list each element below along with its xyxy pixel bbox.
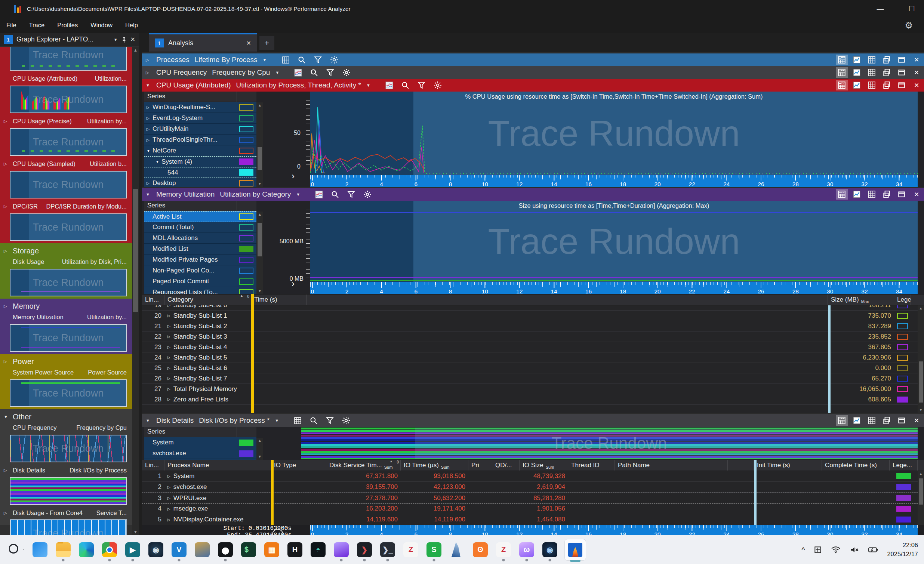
expand-chevron-icon[interactable]: › (291, 279, 294, 289)
expander-icon[interactable]: ▷ (146, 70, 151, 75)
chart-preview-icon[interactable] (294, 69, 302, 76)
minimize-button[interactable]: — (872, 2, 889, 16)
cell-category[interactable]: ▷Standby Sub-List 3 (165, 333, 251, 340)
col-init-time[interactable]: Init Time (s) (754, 460, 822, 471)
search-icon[interactable] (298, 56, 306, 64)
graph-explorer-row[interactable]: Trace Rundown (0, 518, 132, 525)
series-row[interactable]: Modified List (144, 244, 256, 255)
graph-explorer-row[interactable]: Trace Rundown (0, 476, 132, 507)
cpu-series-scrollbar[interactable]: ▲▼ (256, 102, 263, 187)
expander-icon[interactable]: ▷ (147, 138, 153, 142)
expander-icon[interactable]: ▼ (156, 160, 162, 164)
popout-window-icon[interactable] (896, 80, 908, 90)
expander-icon[interactable]: ▷ (147, 181, 153, 185)
taskbar-app-icon[interactable]: $_ (237, 537, 260, 562)
memory-chart[interactable]: Size using resource time as [Time,Time+D… (310, 201, 918, 282)
memory-series-scrollbar[interactable]: ▲▼ (256, 212, 263, 294)
cpu-usage-chart[interactable]: % CPU Usage using resource time as [Swit… (310, 92, 918, 175)
memory-table-row[interactable]: 27 ▷Total Physical Memory 16,065.000 (142, 384, 924, 394)
cell-category[interactable]: ▷Total Physical Memory (165, 386, 251, 393)
menu-item[interactable]: Trace (23, 20, 51, 31)
graph-header-cpu-usage[interactable]: ▼ CPU Usage (Attributed) Utilization by … (142, 79, 924, 92)
graph-explorer-row[interactable]: ▷ Disk Details Disk I/Os by Process Trac… (0, 465, 132, 476)
series-row[interactable]: Commit (Total) (144, 222, 256, 233)
graph-explorer-row[interactable]: CPU Usage (Attributed) Utilization... Tr… (0, 73, 132, 84)
memory-table-row[interactable]: 23 ▷Standby Sub-List 4 367.805 (142, 342, 924, 352)
close-panel-icon[interactable]: ✕ (130, 36, 135, 43)
chart-preview-icon[interactable] (386, 81, 393, 89)
series-row[interactable]: Non-Paged Pool Co... (144, 266, 256, 276)
taskbar-app-icon[interactable]: ◉ (538, 537, 561, 562)
cpu-time-ruler[interactable]: 0246810121416182022242628303234 (310, 175, 918, 187)
sidebar-scrollbar[interactable]: ▲▼ (132, 47, 139, 535)
taskbar-app-icon[interactable] (214, 537, 237, 562)
chart-table-view-icon[interactable] (836, 80, 848, 90)
series-row[interactable]: svchost.exe (144, 448, 256, 459)
table-view-icon[interactable] (866, 55, 878, 65)
graph-preset[interactable]: Utilization by Process, Thread, Activity… (236, 81, 361, 89)
expander-icon[interactable]: ▷ (147, 127, 153, 131)
wifi-icon[interactable] (831, 546, 841, 554)
graph-explorer-row[interactable]: Trace Rundown (0, 267, 132, 298)
graph-explorer-row[interactable]: ▷ DPC/ISR DPC/ISR Duration by Modu... Tr… (0, 201, 132, 212)
taskbar-app-icon[interactable]: ▶ (121, 537, 144, 562)
duplicate-graph-icon[interactable] (880, 415, 892, 426)
memory-time-ruler[interactable]: 0246810121416182022242628303234 (310, 282, 918, 294)
disk-table-row[interactable]: 1 ▷System 67,371.800 93,018.500 48,739,3… (142, 471, 924, 482)
graph-header-memory[interactable]: ▼ Memory Utilization Utilization by Cate… (142, 188, 924, 201)
menu-item[interactable]: File (0, 20, 23, 31)
graph-header-disk-details[interactable]: ▼ Disk Details Disk I/Os by Process * ▼ … (142, 414, 924, 427)
chevron-down-icon[interactable]: ▼ (275, 418, 279, 423)
col-pri[interactable]: Pri (468, 460, 492, 471)
graph-header-processes[interactable]: ▷ Processes Lifetime By Process ▼ ✕ (142, 54, 924, 66)
series-row[interactable]: ▷ Desktop (144, 178, 256, 189)
graph-explorer-row[interactable]: Trace Rundown (0, 84, 132, 116)
disk-table-row[interactable]: 2 ▷svchost.exe 39,155.700 42,123.000 2,6… (142, 482, 924, 493)
duplicate-graph-icon[interactable] (880, 55, 892, 65)
cell-category[interactable]: ▷Standby Sub-List 4 (165, 344, 251, 351)
graph-explorer-row[interactable]: Trace Rundown (0, 212, 132, 243)
memory-table-row[interactable]: 22 ▷Standby Sub-List 3 235.852 (142, 332, 924, 342)
popout-window-icon[interactable] (896, 55, 908, 65)
expander-icon[interactable]: ▷ (4, 162, 9, 166)
series-row[interactable]: Paged Pool Commit (144, 276, 256, 287)
settings-gear-icon[interactable]: ⚙ (904, 20, 913, 31)
search-icon[interactable] (310, 69, 318, 76)
graph-explorer-row[interactable]: Trace Rundown (0, 433, 132, 465)
graph-thumbnail[interactable]: Trace Rundown (10, 171, 127, 198)
taskbar-app-icon[interactable] (75, 537, 98, 562)
chart-view-icon[interactable] (851, 55, 863, 65)
graph-explorer-row[interactable]: Trace Rundown (0, 322, 132, 354)
popout-window-icon[interactable] (896, 415, 908, 426)
series-row[interactable]: ▼ System (4) (144, 156, 256, 167)
tray-pen-icon[interactable] (814, 546, 822, 554)
disk-series-scrollbar[interactable]: ▲▼ (256, 438, 263, 460)
pin-icon[interactable] (122, 36, 127, 43)
expander-icon[interactable]: ▷ (4, 468, 9, 473)
table-view-icon[interactable] (866, 415, 878, 426)
expander-icon[interactable]: ▷ (4, 119, 9, 124)
cell-category[interactable]: ▷Zero and Free Lists (165, 396, 251, 403)
taskbar-app-icon[interactable] (52, 537, 75, 562)
cell-process[interactable]: ▷System (165, 472, 271, 480)
expander-icon[interactable]: ▼ (146, 418, 151, 423)
time-cursor-marker[interactable] (251, 294, 254, 413)
graph-thumbnail[interactable]: Trace Rundown (10, 380, 127, 407)
expander-icon[interactable]: ▷ (4, 359, 9, 364)
cell-process[interactable]: ▷NVDisplay.Container.exe (165, 516, 271, 523)
series-row[interactable]: ▷ CrUtilityMain (144, 124, 256, 135)
graph-preset[interactable]: Utilization by Category (220, 190, 291, 198)
graph-preset[interactable]: Disk I/Os by Process * (199, 416, 270, 424)
filter-icon[interactable] (326, 69, 334, 76)
graph-explorer-row[interactable]: Trace Rundown (0, 169, 132, 201)
taskbar-app-icon[interactable] (190, 537, 214, 562)
table-view-icon[interactable] (866, 189, 878, 200)
duplicate-graph-icon[interactable] (880, 67, 892, 78)
table-icon[interactable] (294, 417, 302, 424)
taskbar-app-icon[interactable] (98, 537, 121, 562)
cell-category[interactable]: ▷Standby Sub-List 0 (165, 305, 251, 309)
search-icon[interactable] (331, 190, 339, 198)
chevron-down-icon[interactable]: ▼ (114, 38, 118, 42)
table-view-icon[interactable] (866, 80, 878, 90)
chevron-down-icon[interactable]: ▼ (366, 83, 370, 87)
